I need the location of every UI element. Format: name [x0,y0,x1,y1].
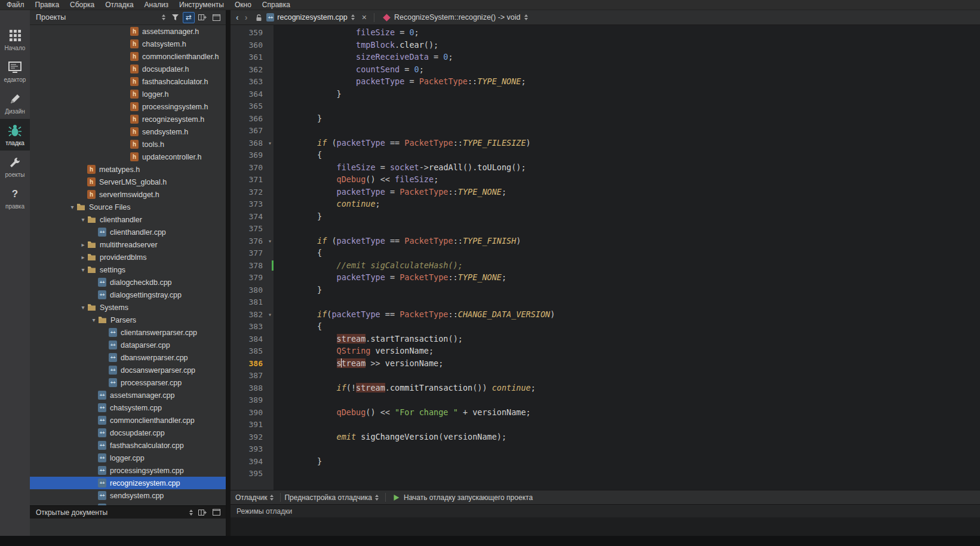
line-number[interactable]: 360 [249,41,263,50]
code-line[interactable]: fileSize = 0; [274,26,980,39]
code-line[interactable]: emit sigChangeVersion(versionName); [274,431,980,443]
line-number[interactable]: 372 [249,188,263,197]
code-line[interactable]: packetType = PacketType::TYPE_NONE; [274,186,980,198]
line-number[interactable]: 393 [249,444,263,453]
code-line[interactable] [274,222,980,235]
debug-preset-combo[interactable]: Преднастройка отладчика [284,490,382,504]
fold-icon[interactable]: ▾ [268,309,272,321]
line-number[interactable]: 377 [249,249,263,257]
tree-item[interactable]: hsendsystem.h [30,125,226,138]
float-window-icon[interactable] [210,12,222,23]
tree-item[interactable]: hchatsystem.h [30,38,226,50]
line-number[interactable]: 361 [249,53,263,62]
menu-item[interactable]: Инструменты [174,0,229,10]
code-line[interactable] [274,418,980,431]
line-number[interactable]: 390 [249,408,263,417]
tree-item[interactable]: ++sendsystem.cpp [30,489,226,502]
expand-arrow-icon[interactable]: ▾ [68,204,76,210]
code-line[interactable]: { [274,247,980,259]
line-number[interactable]: 364 [249,90,263,99]
line-number[interactable]: 386 [249,359,263,368]
tree-item[interactable]: hdocsupdater.h [30,63,226,75]
line-number[interactable]: 369 [249,151,263,159]
expand-arrow-icon[interactable]: ▾ [79,304,87,311]
code-line[interactable] [274,443,980,455]
mode-item-design[interactable]: Дизайн [0,87,30,119]
tree-item[interactable]: ▸multithreadserver [30,238,226,251]
line-number[interactable]: 392 [249,432,263,441]
projects-pane-combo[interactable]: Проекты [36,10,169,24]
expand-arrow-icon[interactable]: ▸ [79,241,87,248]
code-line[interactable]: } [274,210,980,223]
menu-item[interactable]: Файл [1,0,30,10]
tree-item[interactable]: ▾clienthandler [30,213,226,226]
code-line[interactable]: { [274,320,980,333]
expand-arrow-icon[interactable]: ▾ [79,266,87,273]
tree-item[interactable]: ▾Systems [30,301,226,314]
code-line[interactable] [274,394,980,406]
code-line[interactable]: if(packetType == PacketType::CHANGE_DATA… [274,308,980,321]
document-dropdown-icon[interactable] [351,14,355,20]
tree-item[interactable]: ++dialogsettingstray.cpp [30,289,226,301]
menu-item[interactable]: Отладка [100,0,139,10]
line-number[interactable]: 373 [249,200,263,208]
mode-item-projects[interactable]: роекты [0,151,30,182]
float-window-icon[interactable] [210,507,222,518]
tree-item[interactable]: hserverlmswidget.h [30,188,226,201]
menu-item[interactable]: Окно [229,0,257,10]
line-number[interactable]: 382 [249,310,263,319]
open-documents-combo[interactable]: Открытые документы [36,506,196,519]
code-line[interactable]: packetType = PacketType::TYPE_NONE; [274,75,980,88]
line-number[interactable]: 394 [249,457,263,466]
tree-item[interactable]: ++docsanswerparser.cpp [30,364,226,376]
open-documents-list[interactable] [30,519,226,536]
code-line[interactable]: } [274,284,980,296]
menu-item[interactable]: Анализ [139,0,174,10]
line-number[interactable]: 388 [249,384,263,392]
split-icon[interactable] [196,507,208,518]
code-line[interactable]: countSend = 0; [274,63,980,76]
tree-item[interactable]: ▾settings [30,263,226,276]
tree-item[interactable]: ++assetsmanager.cpp [30,389,226,401]
line-number[interactable]: 391 [249,420,263,429]
menu-item[interactable]: Правка [30,0,65,10]
tree-item[interactable]: ++recognizesystem.cpp [30,477,226,489]
sync-with-editor-icon[interactable]: ⇄ [183,12,195,23]
menu-item[interactable]: Справка [257,0,296,10]
tree-item[interactable]: hupdatecontroller.h [30,151,226,163]
code-line[interactable]: } [274,112,980,125]
mode-item-edit[interactable]: едактор [0,56,30,87]
tree-item[interactable]: ▾Parsers [30,314,226,326]
line-number[interactable]: 389 [249,395,263,404]
symbol-dropdown-icon[interactable] [524,14,528,20]
code-line[interactable]: tmpBlock.clear(); [274,39,980,51]
expand-arrow-icon[interactable]: ▸ [79,254,87,260]
tree-item[interactable]: hServerLMS_global.h [30,176,226,188]
code-editor[interactable]: 359fileSize = 0;360tmpBlock.clear();361s… [231,25,980,490]
code-line[interactable]: if(!stream.commitTransaction()) continue… [274,382,980,394]
code-line[interactable]: sizeReceiveData = 0; [274,51,980,63]
tree-item[interactable]: hfasthashcalculator.h [30,75,226,88]
line-number[interactable]: 379 [249,273,263,282]
code-line[interactable] [274,100,980,112]
split-icon[interactable] [196,12,208,23]
tree-item[interactable]: ▸providerdblms [30,251,226,263]
tree-item[interactable]: ++processingsystem.cpp [30,464,226,477]
code-line[interactable]: continue; [274,198,980,210]
tree-item[interactable]: ++docsupdater.cpp [30,427,226,439]
mode-item-home[interactable]: Начало [0,24,30,56]
back-icon[interactable]: ‹ [233,13,242,22]
line-number[interactable]: 395 [249,469,263,478]
line-number[interactable]: 383 [249,322,263,331]
code-line[interactable]: fileSize = socket->readAll().toULong(); [274,161,980,174]
tree-item[interactable]: ▾Source Files [30,201,226,213]
tree-item[interactable]: ++commonclienthandler.cpp [30,414,226,427]
line-number[interactable]: 362 [249,65,263,74]
code-line[interactable] [274,369,980,382]
menu-item[interactable]: Сборка [64,0,100,10]
fold-icon[interactable]: ▾ [268,235,272,248]
expand-arrow-icon[interactable]: ▾ [90,317,98,323]
debugger-combo[interactable]: Отладчик [235,490,277,504]
line-number[interactable]: 385 [249,346,263,355]
mode-item-help[interactable]: ?правка [0,182,30,214]
